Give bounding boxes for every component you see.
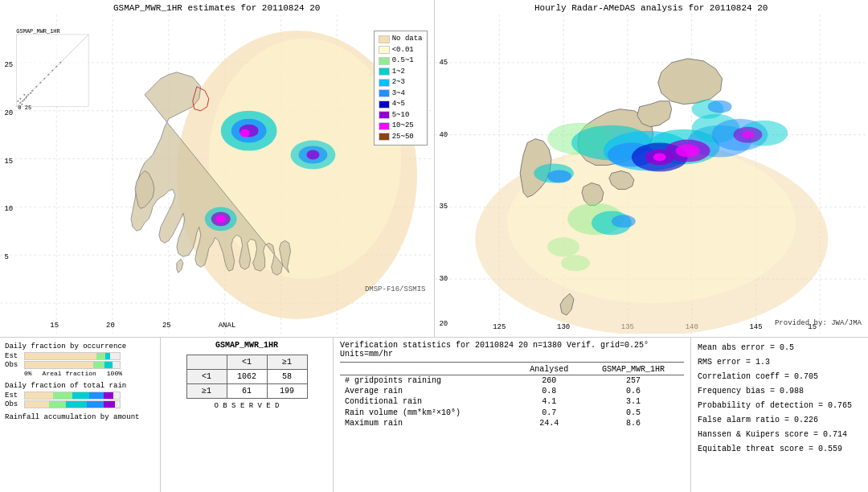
est-bar-container bbox=[24, 352, 121, 360]
obs-label-text: O B S E R V E D bbox=[214, 402, 279, 410]
svg-point-96 bbox=[611, 215, 635, 228]
legend-color-10-25 bbox=[379, 122, 390, 130]
svg-point-46 bbox=[39, 82, 41, 84]
svg-text:15: 15 bbox=[4, 158, 13, 166]
svg-point-37 bbox=[22, 100, 23, 102]
stat-hk: Hanssen & Kuipers score = 0.714 bbox=[698, 428, 862, 442]
obs-rain-row: Obs bbox=[5, 400, 155, 408]
legend-label-10-25: 10~25 bbox=[392, 121, 414, 132]
svg-point-53 bbox=[19, 98, 21, 100]
svg-point-97 bbox=[547, 237, 579, 256]
stat-corr: Correlation coeff = 0.705 bbox=[698, 370, 862, 384]
svg-point-27 bbox=[240, 129, 250, 137]
legend-label-3-4: 3~4 bbox=[392, 88, 405, 100]
svg-point-41 bbox=[27, 94, 29, 96]
svg-point-45 bbox=[35, 86, 37, 88]
obs-bar-tan bbox=[25, 362, 93, 368]
verif-row-analysed-0: 260 bbox=[515, 375, 583, 387]
legend-3-4: 3~4 bbox=[379, 88, 423, 100]
legend-color-nodata bbox=[379, 35, 390, 43]
stats-row: Daily fraction by occurrence Est Obs bbox=[0, 338, 868, 492]
legend-color-1-2 bbox=[379, 68, 390, 76]
axis-mid: Areal fraction bbox=[43, 370, 96, 377]
svg-point-36 bbox=[19, 102, 21, 104]
contingency-title: GSMAP_MWR_1HR bbox=[166, 341, 328, 350]
stat-far: False alarm ratio = 0.226 bbox=[698, 413, 862, 428]
verif-analysed-header: Analysed bbox=[515, 364, 583, 375]
est-rain-label: Est bbox=[5, 392, 23, 400]
legend-lt001: <0.01 bbox=[379, 45, 423, 56]
legend-2-3: 2~3 bbox=[379, 77, 423, 88]
verif-row-analysed-3: 0.7 bbox=[515, 407, 583, 418]
legend-4-5: 4~5 bbox=[379, 99, 423, 110]
svg-text:5: 5 bbox=[4, 253, 8, 261]
obs-r-green bbox=[49, 401, 66, 408]
svg-point-50 bbox=[55, 66, 57, 68]
stat-freq-bias: Frequency bias = 0.988 bbox=[698, 384, 862, 399]
rain-title: Daily fraction of total rain bbox=[5, 382, 155, 390]
verif-label-header bbox=[340, 364, 515, 375]
cont-row-ge1-header: ≥1 bbox=[186, 384, 227, 399]
right-stats-panel: Mean abs error = 0.5 RMS error = 1.3 Cor… bbox=[691, 338, 868, 492]
cont-row-ge1: ≥1 61 199 bbox=[186, 384, 307, 399]
legend-label-nodata: No data bbox=[392, 34, 423, 45]
svg-point-54 bbox=[17, 100, 18, 102]
rainfall-title: Rainfall accumulation by amount bbox=[5, 413, 155, 421]
obs-occurrence-row: Obs bbox=[5, 361, 155, 369]
main-container: GSMAP_MWR_1HR estimates for 20110824 20 bbox=[0, 0, 868, 492]
svg-text:20: 20 bbox=[106, 322, 115, 330]
charts-panel: Daily fraction by occurrence Est Obs bbox=[0, 338, 161, 492]
stat-pod: Probability of detection = 0.765 bbox=[698, 399, 862, 413]
axis-100: 100% bbox=[107, 370, 122, 377]
verif-row-label-1: Average rain bbox=[340, 386, 515, 396]
svg-point-51 bbox=[59, 62, 61, 64]
verif-row-gsmap-4: 8.6 bbox=[583, 418, 684, 428]
svg-text:GSMAP_MWR_1HR: GSMAP_MWR_1HR bbox=[16, 28, 59, 35]
verif-row-2: Conditional rain4.13.1 bbox=[340, 396, 684, 407]
cont-row-lt1: <1 1062 58 bbox=[186, 370, 307, 384]
verif-header-row: Analysed GSMAP_MWR_1HR bbox=[340, 364, 684, 375]
obs-note: O B S E R V E D bbox=[166, 402, 328, 410]
obs-rain-label: Obs bbox=[5, 400, 23, 408]
verif-panel: Verification statistics for 20110824 20 … bbox=[334, 338, 691, 492]
rain-chart: Est Obs bbox=[5, 392, 155, 408]
verif-row-3: Rain volume (mm*km²×10⁶)0.70.5 bbox=[340, 407, 684, 418]
right-map-panel: Hourly Radar-AMeDAS analysis for 2011082… bbox=[435, 0, 869, 337]
verif-row-gsmap-3: 0.5 bbox=[583, 407, 684, 418]
right-map-svg: 45 40 35 30 20 125 130 135 140 145 15 bbox=[435, 14, 869, 334]
svg-text:0     25: 0 25 bbox=[18, 105, 31, 111]
stat-mean-abs: Mean abs error = 0.5 bbox=[698, 341, 862, 355]
svg-point-105 bbox=[707, 100, 731, 113]
svg-point-47 bbox=[43, 78, 45, 80]
svg-text:145: 145 bbox=[749, 323, 762, 331]
cont-empty-cell bbox=[186, 355, 227, 370]
obs-rain-bar bbox=[24, 400, 121, 408]
est-r-purple bbox=[104, 392, 113, 399]
cont-cell-ge1-ge1: 199 bbox=[267, 384, 307, 399]
est-r-blue bbox=[89, 392, 104, 399]
svg-point-44 bbox=[31, 90, 33, 92]
obs-bar-cyan bbox=[104, 362, 112, 368]
verif-row-gsmap-2: 3.1 bbox=[583, 396, 684, 407]
obs-bar-green bbox=[93, 362, 104, 368]
svg-point-33 bbox=[216, 215, 226, 223]
verif-row-analysed-4: 24.4 bbox=[515, 418, 583, 428]
obs-label: Obs bbox=[5, 361, 23, 369]
legend-nodata: No data bbox=[379, 34, 423, 45]
est-r-cyan bbox=[72, 392, 89, 399]
occurrence-chart: Est Obs 0% A bbox=[5, 352, 155, 377]
axis-0: 0% bbox=[24, 370, 32, 377]
est-rain-row: Est bbox=[5, 392, 155, 400]
map-credit: Provided by: JWA/JMA bbox=[775, 319, 862, 327]
svg-point-103 bbox=[741, 131, 754, 139]
legend-10-25: 10~25 bbox=[379, 121, 423, 132]
legend-label-2-3: 2~3 bbox=[392, 77, 405, 88]
legend-box: No data <0.01 0.5~1 1~2 bbox=[374, 31, 428, 146]
verif-row-1: Average rain0.80.6 bbox=[340, 386, 684, 396]
verif-row-analysed-1: 0.8 bbox=[515, 386, 583, 396]
svg-text:45: 45 bbox=[439, 59, 448, 67]
svg-text:20: 20 bbox=[4, 109, 13, 117]
stat-rms: RMS error = 1.3 bbox=[698, 355, 862, 370]
svg-point-98 bbox=[561, 255, 590, 271]
svg-text:15: 15 bbox=[50, 322, 59, 330]
